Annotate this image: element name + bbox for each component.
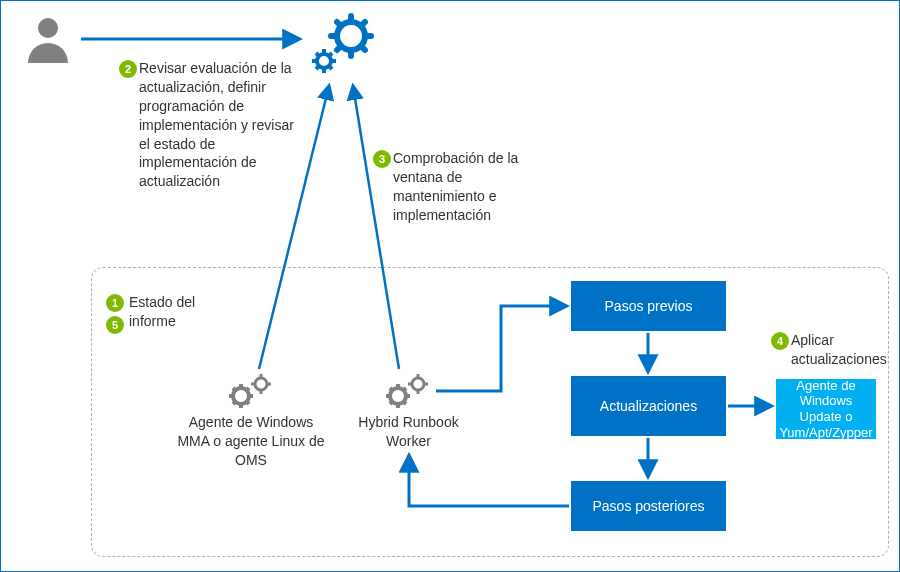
agent-mma-label: Agente de Windows MMA o agente Linux de … bbox=[171, 413, 331, 470]
svg-line-7 bbox=[329, 66, 332, 69]
user-icon bbox=[23, 13, 73, 67]
svg-line-15 bbox=[337, 22, 341, 26]
svg-line-17 bbox=[337, 46, 341, 50]
svg-line-8 bbox=[316, 66, 319, 69]
diagram-canvas: 2 Revisar evaluación de la actualización… bbox=[0, 0, 900, 572]
step-2-text: Revisar evaluación de la actualización, … bbox=[139, 59, 294, 191]
hybrid-worker-label: Hybrid Runbook Worker bbox=[351, 413, 466, 451]
badge-5-circle: 5 bbox=[106, 316, 124, 334]
badge-2-circle: 2 bbox=[119, 60, 137, 78]
svg-line-6 bbox=[316, 53, 319, 56]
automation-gear-icon bbox=[306, 11, 376, 85]
svg-line-26 bbox=[233, 402, 235, 404]
svg-line-39 bbox=[404, 402, 406, 404]
svg-point-42 bbox=[412, 378, 424, 390]
svg-line-16 bbox=[361, 46, 365, 50]
svg-point-1 bbox=[317, 54, 331, 68]
agent-gears-icon bbox=[226, 371, 276, 415]
svg-line-24 bbox=[233, 388, 235, 390]
svg-line-40 bbox=[390, 402, 392, 404]
svg-point-28 bbox=[255, 378, 267, 390]
badge-1: 1 bbox=[106, 293, 124, 312]
badge-1-circle: 1 bbox=[106, 294, 124, 312]
svg-line-18 bbox=[361, 22, 365, 26]
badge-3: 3 bbox=[373, 149, 391, 168]
badge-3-circle: 3 bbox=[373, 150, 391, 168]
update-agent-box: Agente de Windows Update o Yum/Apt/Zyppe… bbox=[776, 379, 876, 439]
svg-line-41 bbox=[404, 388, 406, 390]
svg-line-27 bbox=[247, 388, 249, 390]
svg-line-38 bbox=[390, 388, 392, 390]
post-steps-box: Pasos posteriores bbox=[571, 481, 726, 531]
svg-point-19 bbox=[233, 388, 249, 404]
pre-steps-box: Pasos previos bbox=[571, 281, 726, 331]
svg-point-33 bbox=[390, 388, 406, 404]
svg-line-25 bbox=[247, 402, 249, 404]
hybrid-worker-gears-icon bbox=[383, 371, 433, 415]
badge-2: 2 bbox=[119, 59, 137, 78]
badge-5: 5 bbox=[106, 315, 124, 334]
svg-point-0 bbox=[38, 18, 58, 38]
step-1-5-text: Estado del informe bbox=[129, 293, 214, 331]
svg-line-9 bbox=[329, 53, 332, 56]
updates-box: Actualizaciones bbox=[571, 376, 726, 436]
step-3-text: Comprobación de la ventana de mantenimie… bbox=[393, 149, 528, 225]
